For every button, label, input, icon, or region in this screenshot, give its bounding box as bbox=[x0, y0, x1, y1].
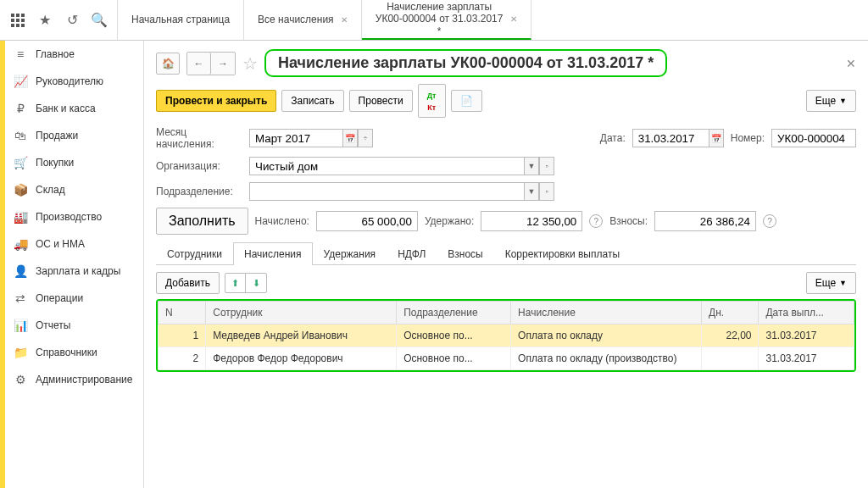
fill-button[interactable]: Заполнить bbox=[156, 208, 248, 235]
help-icon[interactable]: ? bbox=[589, 214, 603, 228]
org-label: Организация: bbox=[156, 160, 242, 172]
sidebar-item-label: Администрирование bbox=[36, 374, 132, 385]
chart-icon: 📈 bbox=[14, 75, 27, 88]
calendar-icon[interactable] bbox=[342, 129, 358, 147]
move-up-icon[interactable]: ⬆ bbox=[225, 274, 246, 292]
col-department[interactable]: Подразделение bbox=[397, 302, 511, 324]
col-n[interactable]: N bbox=[159, 302, 206, 324]
col-accrual[interactable]: Начисление bbox=[511, 302, 702, 324]
cell-days: 22,00 bbox=[702, 324, 759, 347]
table-row[interactable]: 2 Федоров Федор Федорович Основное по...… bbox=[159, 347, 854, 370]
sidebar-item-assets[interactable]: 🚚ОС и НМА bbox=[5, 230, 143, 258]
favorite-icon[interactable]: ★ bbox=[37, 13, 53, 28]
sidebar-item-salary[interactable]: 👤Зарплата и кадры bbox=[5, 258, 143, 285]
nav-group: ← → bbox=[186, 52, 236, 75]
open-icon[interactable] bbox=[539, 157, 554, 175]
dropdown-icon[interactable] bbox=[524, 157, 539, 175]
table-more-button[interactable]: Еще▼ bbox=[806, 272, 856, 294]
sidebar-item-admin[interactable]: ⚙Администрирование bbox=[5, 366, 143, 393]
history-icon[interactable]: ↺ bbox=[64, 13, 80, 28]
cart-icon: 🛒 bbox=[14, 156, 27, 169]
month-label: Месяц начисления: bbox=[156, 126, 242, 150]
dep-field[interactable] bbox=[249, 182, 524, 201]
close-icon[interactable]: ✕ bbox=[846, 57, 856, 70]
sidebar-item-reports[interactable]: 📊Отчеты bbox=[5, 312, 143, 339]
month-field[interactable] bbox=[249, 129, 342, 147]
close-icon[interactable]: ✕ bbox=[510, 14, 517, 24]
dep-input[interactable] bbox=[249, 182, 554, 201]
table-row[interactable]: 1 Медведев Андрей Иванович Основное по..… bbox=[159, 324, 854, 347]
withheld-value[interactable] bbox=[481, 211, 582, 231]
post-button[interactable]: Провести bbox=[349, 90, 413, 112]
totals-row: Заполнить Начислено: Удержано: ? Взносы:… bbox=[156, 208, 856, 235]
add-button[interactable]: Добавить bbox=[156, 272, 220, 294]
cell-department: Основное по... bbox=[397, 347, 511, 370]
subtab-accruals[interactable]: Начисления bbox=[233, 242, 313, 265]
sidebar-item-main[interactable]: ≡Главное bbox=[5, 41, 143, 68]
bars-icon: 📊 bbox=[14, 319, 27, 332]
sidebar-item-label: Главное bbox=[36, 48, 75, 60]
sidebar-item-catalogs[interactable]: 📁Справочники bbox=[5, 339, 143, 366]
sidebar-item-label: Покупки bbox=[36, 157, 74, 169]
help-icon[interactable]: ? bbox=[763, 214, 776, 228]
calendar-icon[interactable] bbox=[709, 129, 724, 147]
forward-button[interactable]: → bbox=[211, 53, 235, 75]
subtab-ndfl[interactable]: НДФЛ bbox=[387, 242, 437, 265]
subtab-contrib[interactable]: Взносы bbox=[437, 242, 493, 265]
date-field[interactable] bbox=[632, 129, 709, 147]
close-icon[interactable]: ✕ bbox=[341, 15, 348, 25]
cell-date: 31.03.2017 bbox=[759, 324, 854, 347]
search-icon[interactable]: 🔍 bbox=[92, 13, 107, 28]
accrued-value[interactable] bbox=[316, 211, 418, 231]
swap-icon: ⇄ bbox=[14, 291, 27, 305]
dtkt-button[interactable]: ДтКт bbox=[418, 84, 446, 118]
subtab-deductions[interactable]: Удержания bbox=[313, 242, 387, 265]
sidebar-item-operations[interactable]: ⇄Операции bbox=[5, 285, 143, 312]
cell-n: 1 bbox=[159, 324, 206, 347]
truck-icon: 🚚 bbox=[14, 237, 27, 251]
doc-header: 🏠 ← → ☆ Начисление зарплаты УК00-000004 … bbox=[156, 49, 856, 77]
tab-label: Начальная страница bbox=[131, 14, 230, 25]
col-days[interactable]: Дн. bbox=[702, 302, 759, 324]
move-down-icon[interactable]: ⬇ bbox=[246, 274, 266, 292]
sidebar-item-manager[interactable]: 📈Руководителю bbox=[5, 68, 143, 95]
sidebar-item-production[interactable]: 🏭Производство bbox=[5, 203, 143, 230]
sidebar-item-purchases[interactable]: 🛒Покупки bbox=[5, 149, 143, 176]
star-icon[interactable]: ☆ bbox=[242, 53, 258, 74]
tab-home[interactable]: Начальная страница bbox=[118, 0, 244, 40]
date-input[interactable] bbox=[632, 129, 724, 147]
sidebar-item-label: ОС и НМА bbox=[36, 238, 85, 250]
box-icon: 📦 bbox=[14, 183, 27, 197]
print-button[interactable]: 📄 bbox=[451, 90, 482, 112]
doc-toolbar: Провести и закрыть Записать Провести ДтК… bbox=[156, 84, 856, 118]
post-and-close-button[interactable]: Провести и закрыть bbox=[156, 90, 276, 112]
stepper-icon[interactable]: ÷ bbox=[358, 129, 373, 147]
subtab-employees[interactable]: Сотрудники bbox=[156, 242, 233, 265]
col-employee[interactable]: Сотрудник bbox=[206, 302, 397, 324]
contrib-value[interactable] bbox=[654, 211, 756, 231]
date-label: Дата: bbox=[600, 132, 626, 144]
save-button[interactable]: Записать bbox=[281, 90, 343, 112]
org-input[interactable] bbox=[249, 157, 554, 175]
back-button[interactable]: ← bbox=[187, 53, 211, 75]
cell-date: 31.03.2017 bbox=[759, 347, 854, 370]
sidebar-item-bank[interactable]: ₽Банк и касса bbox=[5, 95, 143, 122]
tab-payroll-doc[interactable]: Начисление зарплаты УК00-000004 от 31.03… bbox=[362, 0, 531, 40]
open-icon[interactable] bbox=[539, 182, 554, 201]
tab-all-accruals[interactable]: Все начисления ✕ bbox=[244, 0, 362, 40]
sidebar-item-sales[interactable]: 🛍Продажи bbox=[5, 122, 143, 149]
money-icon: ₽ bbox=[14, 102, 27, 115]
month-input[interactable]: ÷ bbox=[249, 129, 373, 147]
sidebar-item-warehouse[interactable]: 📦Склад bbox=[5, 176, 143, 203]
apps-icon[interactable] bbox=[10, 13, 25, 28]
more-button[interactable]: Еще▼ bbox=[806, 90, 856, 112]
subtab-corrections[interactable]: Корректировки выплаты bbox=[494, 242, 631, 265]
cell-days bbox=[702, 347, 759, 370]
org-field[interactable] bbox=[249, 157, 524, 175]
home-button[interactable]: 🏠 bbox=[156, 53, 180, 75]
tab-label: Все начисления bbox=[258, 14, 334, 25]
dropdown-icon[interactable] bbox=[524, 182, 539, 201]
sidebar-item-label: Справочники bbox=[36, 347, 97, 358]
number-field[interactable] bbox=[771, 129, 856, 147]
col-paydate[interactable]: Дата выпл... bbox=[759, 302, 854, 324]
